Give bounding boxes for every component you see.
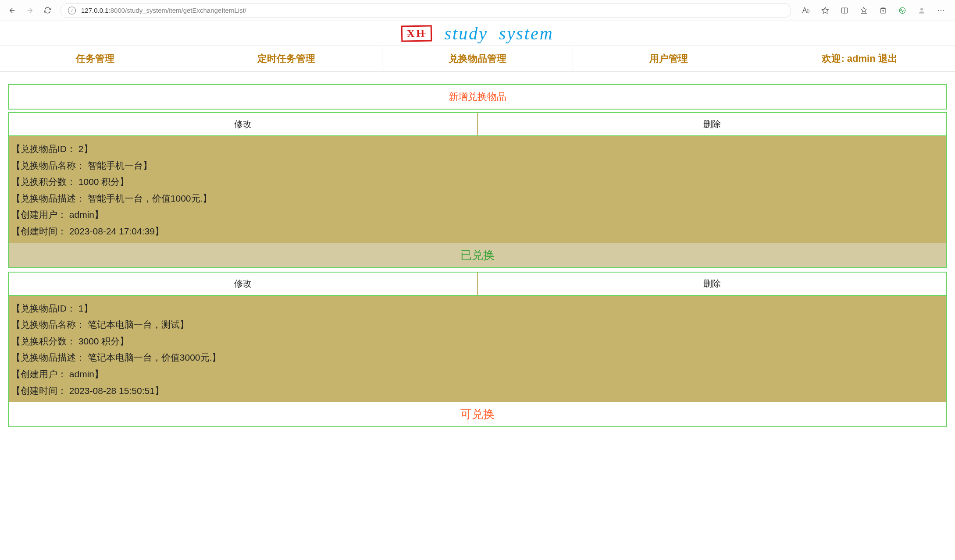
item-points-line: 【兑换积分数： 3000 积分】 xyxy=(11,333,944,350)
status-available[interactable]: 可兑换 xyxy=(9,402,946,426)
item-id-line: 【兑换物品ID： 1】 xyxy=(11,300,944,317)
item-desc-line: 【兑换物品描述： 笔记本电脑一台，价值3000元.】 xyxy=(11,349,944,366)
performance-icon[interactable] xyxy=(894,4,911,18)
add-exchange-item-button[interactable]: 新增兑换物品 xyxy=(8,84,947,110)
favorites-list-icon[interactable] xyxy=(855,4,873,18)
edit-button[interactable]: 修改 xyxy=(9,113,478,136)
item-body: 【兑换物品ID： 2】【兑换物品名称： 智能手机一台】【兑换积分数： 1000 … xyxy=(9,136,946,243)
status-redeemed: 已兑换 xyxy=(9,243,946,267)
logo-stamp: XH xyxy=(401,25,432,42)
item-create-user-line: 【创建用户： admin】 xyxy=(11,206,944,223)
svg-marker-0 xyxy=(822,7,829,13)
forward-button[interactable] xyxy=(23,4,37,18)
profile-icon[interactable] xyxy=(913,4,930,18)
item-name-line: 【兑换物品名称： 智能手机一台】 xyxy=(11,157,944,174)
edit-button[interactable]: 修改 xyxy=(9,273,478,296)
chrome-controls: A)) xyxy=(797,4,950,18)
back-button[interactable] xyxy=(5,4,19,18)
item-create-user-line: 【创建用户： admin】 xyxy=(11,366,944,383)
nav-welcome-logout[interactable]: 欢迎: admin 退出 xyxy=(764,46,955,71)
header-title: study system xyxy=(444,23,553,44)
item-id-line: 【兑换物品ID： 2】 xyxy=(11,141,944,157)
delete-button[interactable]: 删除 xyxy=(478,113,946,136)
favorite-icon[interactable] xyxy=(816,4,834,18)
site-info-icon[interactable]: i xyxy=(68,7,76,14)
browser-chrome: i 127.0.0.1:8000/study_system/item/getEx… xyxy=(0,0,955,21)
item-desc-line: 【兑换物品描述： 智能手机一台，价值1000元.】 xyxy=(11,190,944,207)
svg-point-10 xyxy=(943,10,944,11)
svg-point-9 xyxy=(941,10,941,11)
nav-task-manage[interactable]: 任务管理 xyxy=(0,46,191,71)
split-screen-icon[interactable] xyxy=(836,4,853,18)
main-nav: 任务管理 定时任务管理 兑换物品管理 用户管理 欢迎: admin 退出 xyxy=(0,46,955,72)
nav-scheduled-task-manage[interactable]: 定时任务管理 xyxy=(191,46,382,71)
refresh-button[interactable] xyxy=(40,4,54,18)
nav-user-manage[interactable]: 用户管理 xyxy=(573,46,764,71)
item-body: 【兑换物品ID： 1】【兑换物品名称： 笔记本电脑一台，测试】【兑换积分数： 3… xyxy=(9,296,946,403)
svg-point-8 xyxy=(938,10,939,11)
item-points-line: 【兑换积分数： 1000 积分】 xyxy=(11,174,944,190)
delete-button[interactable]: 删除 xyxy=(478,273,946,296)
read-aloud-icon[interactable]: A)) xyxy=(797,4,815,18)
header-banner: XH study system xyxy=(0,21,955,46)
collections-icon[interactable] xyxy=(874,4,892,18)
url-bar[interactable]: i 127.0.0.1:8000/study_system/item/getEx… xyxy=(61,3,791,18)
item-name-line: 【兑换物品名称： 笔记本电脑一台，测试】 xyxy=(11,316,944,333)
svg-point-7 xyxy=(920,8,923,11)
nav-exchange-item-manage[interactable]: 兑换物品管理 xyxy=(382,46,574,71)
exchange-item-card: 修改删除【兑换物品ID： 1】【兑换物品名称： 笔记本电脑一台，测试】【兑换积分… xyxy=(8,272,947,428)
item-create-time-line: 【创建时间： 2023-08-24 17:04:39】 xyxy=(11,223,944,240)
item-create-time-line: 【创建时间： 2023-08-28 15:50:51】 xyxy=(11,383,944,399)
more-menu-icon[interactable] xyxy=(932,4,950,18)
exchange-item-card: 修改删除【兑换物品ID： 2】【兑换物品名称： 智能手机一台】【兑换积分数： 1… xyxy=(8,112,947,268)
url-text: 127.0.0.1:8000/study_system/item/getExch… xyxy=(81,7,246,14)
content-area: 新增兑换物品 修改删除【兑换物品ID： 2】【兑换物品名称： 智能手机一台】【兑… xyxy=(0,72,955,427)
